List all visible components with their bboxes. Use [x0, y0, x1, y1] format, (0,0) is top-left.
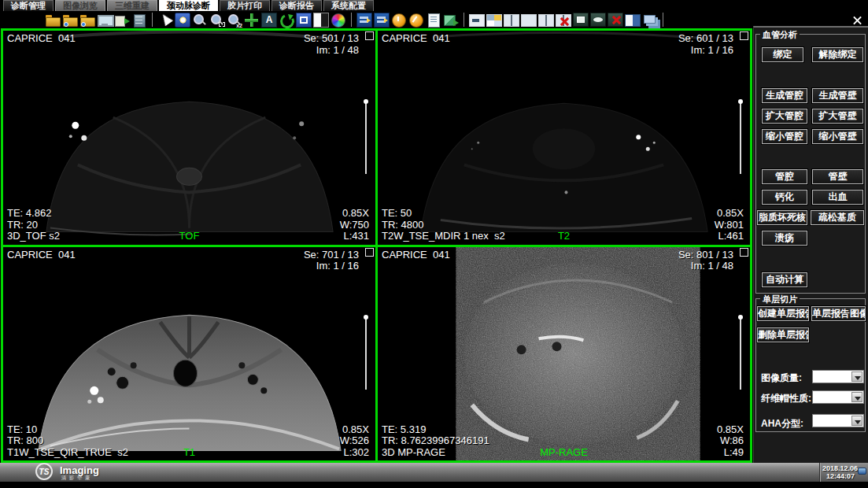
image-quality-select[interactable]	[812, 370, 864, 383]
series-image-label: Se: 601 / 13Im: 1 / 16	[678, 33, 733, 56]
window-level-icon[interactable]	[175, 13, 190, 28]
shrink-wall-button[interactable]: 缩小管壁	[812, 129, 863, 144]
zoom-region-icon[interactable]	[209, 13, 225, 28]
enlarge-lumen-button[interactable]: 扩大管腔	[762, 109, 807, 124]
local-database-icon[interactable]	[97, 13, 113, 28]
hemorrhage-button[interactable]: 出血	[812, 190, 863, 205]
tab-image-browse[interactable]: 图像浏览	[55, 0, 105, 11]
generate-wall-button[interactable]: 生成管壁	[812, 88, 863, 103]
aha-type-select[interactable]	[812, 414, 864, 427]
image-quality-label: 图像质量:	[761, 372, 802, 385]
refresh-icon[interactable]	[279, 13, 294, 28]
ulcer-button[interactable]: 溃疡	[762, 231, 807, 246]
layout-columns-icon[interactable]	[504, 14, 519, 27]
delete-slice-report-button[interactable]: 删除单层报告	[757, 327, 809, 342]
import-study-icon[interactable]	[79, 13, 95, 28]
patient-name-label: CAPRICE 041	[382, 250, 450, 261]
roi-rect-icon[interactable]	[573, 13, 589, 27]
history-icon[interactable]	[391, 13, 407, 28]
lipid-necrotic-core-button[interactable]: 脂质坏死核	[757, 210, 807, 225]
viewport-tof[interactable]: CAPRICE 041 Se: 501 / 13Im: 1 / 48 TE: 4…	[3, 31, 375, 245]
pointer-icon[interactable]	[157, 13, 173, 28]
dropdown-arrow-icon[interactable]	[851, 416, 862, 426]
slice-checkbox[interactable]	[365, 31, 374, 40]
open-study-icon[interactable]	[45, 13, 61, 28]
fit-to-window-icon[interactable]	[296, 13, 312, 28]
status-bar: TS Imaging 清影华康 2018.12.06 12:44:07	[0, 463, 868, 482]
bottom-strip	[0, 482, 868, 488]
tab-diagnosis-management[interactable]: 诊断管理	[3, 0, 54, 11]
unbind-button[interactable]: 解除绑定	[812, 47, 863, 62]
layout-clear-icon[interactable]	[556, 14, 571, 27]
roi-delete-icon[interactable]	[608, 13, 623, 27]
slice-checkbox[interactable]	[740, 248, 748, 257]
layout-rows-icon[interactable]	[521, 14, 537, 27]
wall-button[interactable]: 管壁	[812, 169, 863, 184]
tab-film-print[interactable]: 胶片打印	[220, 0, 270, 11]
viewport-t2[interactable]: CAPRICE 041 Se: 601 / 13Im: 1 / 16 TE: 5…	[378, 31, 750, 245]
fibrous-cap-select[interactable]	[812, 390, 864, 404]
bind-button[interactable]: 绑定	[762, 47, 803, 62]
zoom-icon[interactable]	[192, 13, 208, 28]
slice-slider[interactable]	[365, 317, 367, 390]
acquisition-params-label: TE: 4.862TR: 203D_TOF s2	[7, 208, 60, 242]
dropdown-arrow-icon[interactable]	[851, 372, 862, 382]
slice-slider[interactable]	[740, 317, 741, 390]
modality-label: TOF	[179, 231, 200, 242]
tab-diagnosis-report[interactable]: 诊断报告	[271, 0, 322, 11]
close-icon[interactable]	[852, 16, 862, 26]
layout-grid-icon[interactable]	[538, 14, 554, 27]
slice-report-image-button[interactable]: 单层报告图像	[811, 306, 866, 321]
slider-handle[interactable]	[364, 99, 368, 104]
generate-lumen-button[interactable]: 生成管腔	[762, 88, 807, 103]
viewport-mprage[interactable]: CAPRICE 041 Se: 801 / 13Im: 1 / 48 TE: 5…	[378, 247, 750, 461]
tab-carotid-diagnosis[interactable]: 颈动脉诊断	[159, 0, 218, 11]
link-views-icon[interactable]	[374, 13, 390, 28]
time-label: 12:44:07	[826, 472, 855, 480]
layout-2x2-color-icon[interactable]	[486, 14, 502, 27]
tab-3d-reconstruction[interactable]: 三维重建	[107, 0, 157, 11]
calcification-button[interactable]: 钙化	[762, 190, 807, 205]
create-slice-report-button[interactable]: 创建单层报告	[757, 306, 809, 321]
enlarge-wall-button[interactable]: 扩大管壁	[812, 109, 863, 124]
menu-bar: 诊断管理 图像浏览 三维重建 颈动脉诊断 胶片打印 诊断报告 系统配置	[0, 0, 868, 11]
loose-matrix-button[interactable]: 疏松基质	[811, 210, 864, 225]
export-image-icon[interactable]	[443, 13, 459, 28]
slice-slider[interactable]	[740, 102, 741, 174]
film-stack-icon[interactable]	[642, 13, 658, 28]
open-series-icon[interactable]	[62, 13, 78, 28]
slice-checkbox[interactable]	[365, 248, 374, 257]
transfer-icon[interactable]	[114, 13, 130, 28]
slice-slider[interactable]	[365, 102, 367, 174]
series-image-label: Se: 701 / 13Im: 1 / 16	[304, 250, 359, 272]
shrink-lumen-button[interactable]: 缩小管腔	[762, 129, 807, 144]
roi-ellipse-icon[interactable]	[590, 13, 606, 27]
slice-checkbox[interactable]	[740, 31, 748, 40]
date-label: 2018.12.06	[822, 464, 858, 472]
dropdown-arrow-icon[interactable]	[851, 392, 862, 402]
pan-icon[interactable]	[244, 13, 260, 28]
window-level-label: 0.85XW:526L:302	[340, 424, 369, 459]
color-palette-icon[interactable]	[331, 13, 346, 28]
lumen-button[interactable]: 管腔	[762, 169, 807, 184]
archive-icon[interactable]	[131, 13, 147, 28]
zoom-2x-icon[interactable]: x2	[227, 13, 242, 28]
annotation-icon[interactable]: A	[261, 13, 277, 28]
window-level-label: 0.85XW:801L:461	[715, 208, 744, 242]
tab-system-config[interactable]: 系统配置	[323, 0, 374, 11]
toolbar-separator	[663, 13, 663, 27]
patient-name-label: CAPRICE 041	[7, 250, 76, 261]
invert-icon[interactable]	[313, 13, 329, 28]
auto-calculate-button[interactable]: 自动计算	[762, 272, 807, 287]
analysis-sidebar: 血管分析 绑定 解除绑定 生成管腔 生成管壁 扩大管腔 扩大管壁 缩小管腔 缩小…	[753, 26, 868, 463]
vessel-analysis-group: 血管分析 绑定 解除绑定 生成管腔 生成管壁 扩大管腔 扩大管壁 缩小管腔 缩小…	[755, 34, 866, 294]
viewport-t1[interactable]: CAPRICE 041 Se: 701 / 13Im: 1 / 16 TE: 1…	[3, 247, 375, 461]
split-view-icon[interactable]	[625, 14, 641, 27]
toolbar-separator	[152, 13, 153, 27]
slider-handle[interactable]	[738, 99, 743, 104]
layout-single-icon[interactable]	[469, 14, 485, 27]
link-series-icon[interactable]	[356, 13, 372, 28]
toolbar-separator	[464, 13, 464, 27]
edit-icon[interactable]	[408, 13, 424, 28]
report-icon[interactable]	[426, 13, 441, 28]
